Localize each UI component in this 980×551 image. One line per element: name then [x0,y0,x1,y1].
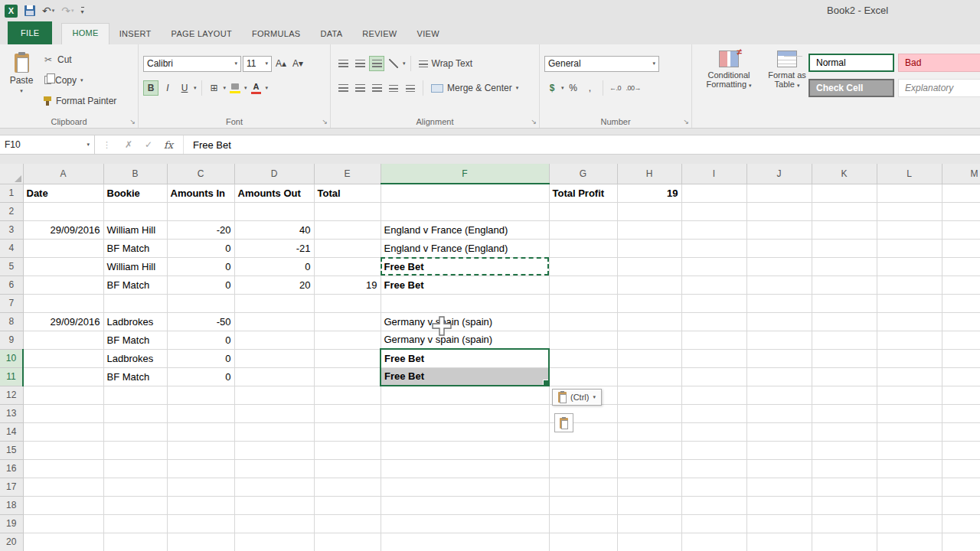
cell-C18[interactable] [167,496,234,514]
cell-C9[interactable]: 0 [167,331,234,349]
tab-data[interactable]: DATA [310,24,352,44]
cell-I15[interactable] [681,441,746,459]
cell-F17[interactable] [381,478,549,496]
cell-L12[interactable] [877,386,942,404]
cell-H17[interactable] [617,478,681,496]
cell-K8[interactable] [812,312,877,331]
cell-G4[interactable] [549,239,617,257]
tab-formulas[interactable]: FORMULAS [242,24,311,44]
cell-F5[interactable]: Free Bet [381,257,549,276]
borders-caret-icon[interactable]: ▾ [224,85,227,91]
cell-G3[interactable] [549,220,617,239]
cell-A14[interactable] [23,422,103,441]
cell-A1[interactable]: Date [23,184,103,202]
cell-J7[interactable] [746,294,812,312]
clipboard-dialog-launcher[interactable]: ↘ [129,119,136,126]
cell-A17[interactable] [23,478,103,496]
cell-C20[interactable] [167,533,234,551]
cell-E2[interactable] [314,202,381,220]
cell-B17[interactable] [103,478,167,496]
redo-button[interactable]: ↷▾ [61,5,74,16]
cell-G8[interactable] [549,312,617,331]
cell-E15[interactable] [314,441,381,459]
cell-L17[interactable] [877,478,942,496]
cell-H5[interactable] [617,257,681,276]
cell-M9[interactable] [942,331,980,349]
cell-F18[interactable] [381,496,549,514]
cell-A19[interactable] [23,514,103,533]
cell-B5[interactable]: William Hill [103,257,167,276]
cell-C10[interactable]: 0 [167,349,234,367]
orientation-caret-icon[interactable]: ▾ [403,60,406,67]
cell-A9[interactable] [23,331,103,349]
select-all-corner[interactable] [0,164,23,184]
cell-M6[interactable] [942,276,980,294]
cell-C1[interactable]: Amounts In [167,184,234,202]
cell-E19[interactable] [314,514,381,533]
cell-B18[interactable] [103,496,167,514]
increase-decimal-button[interactable]: ←.0 [608,80,623,96]
cell-L19[interactable] [877,514,942,533]
tab-view[interactable]: VIEW [407,24,449,44]
cell-H11[interactable] [617,367,681,386]
cell-L8[interactable] [877,312,942,331]
cell-G6[interactable] [549,276,617,294]
cell-F3[interactable]: England v France (England) [381,220,549,239]
cell-K10[interactable] [812,349,877,367]
column-header-B[interactable]: B [103,164,167,184]
cell-E3[interactable] [314,220,381,239]
cell-F9[interactable]: Germany v spain (spain) [381,331,549,349]
cell-J20[interactable] [746,533,812,551]
column-header-F[interactable]: F [381,164,549,184]
cell-D17[interactable] [234,478,314,496]
cell-H18[interactable] [617,496,681,514]
row-header-7[interactable]: 7 [0,294,23,312]
cell-I4[interactable] [681,239,746,257]
cell-F14[interactable] [381,422,549,441]
column-header-A[interactable]: A [23,164,103,184]
cell-H1[interactable]: 19 [617,184,681,202]
cell-E11[interactable] [314,367,381,386]
cell-J15[interactable] [746,441,812,459]
cell-H3[interactable] [617,220,681,239]
style-normal[interactable]: Normal [808,54,894,72]
row-header-14[interactable]: 14 [0,422,23,441]
cell-M13[interactable] [942,404,980,422]
underline-caret-icon[interactable]: ▾ [194,85,197,91]
cell-E8[interactable] [314,312,381,331]
cell-D6[interactable]: 20 [234,276,314,294]
tab-insert[interactable]: INSERT [109,24,162,44]
cell-K2[interactable] [812,202,877,220]
cell-A12[interactable] [23,386,103,404]
cell-K19[interactable] [812,514,877,533]
cell-B4[interactable]: BF Match [103,239,167,257]
cell-A3[interactable]: 29/09/2016 [23,220,103,239]
cut-button[interactable]: ✂ Cut [43,51,116,68]
cell-M3[interactable] [942,220,980,239]
cell-J9[interactable] [746,331,812,349]
accounting-format-caret-icon[interactable]: ▾ [561,85,564,91]
cell-D4[interactable]: -21 [234,239,314,257]
font-name-caret-icon[interactable]: ▾ [234,60,237,67]
fill-color-button[interactable] [227,80,243,96]
cell-M20[interactable] [942,533,980,551]
cell-H8[interactable] [617,312,681,331]
cell-A2[interactable] [23,202,103,220]
cell-C19[interactable] [167,514,234,533]
cell-E4[interactable] [314,239,381,257]
cancel-button[interactable]: ✗ [119,139,139,150]
cell-J8[interactable] [746,312,812,331]
cell-J16[interactable] [746,459,812,478]
cell-D18[interactable] [234,496,314,514]
cell-C6[interactable]: 0 [167,276,234,294]
cell-K12[interactable] [812,386,877,404]
cell-B14[interactable] [103,422,167,441]
cell-B1[interactable]: Bookie [103,184,167,202]
cell-L4[interactable] [877,239,942,257]
cell-K9[interactable] [812,331,877,349]
cell-J17[interactable] [746,478,812,496]
style-check-cell[interactable]: Check Cell [808,79,894,97]
cell-B19[interactable] [103,514,167,533]
row-header-9[interactable]: 9 [0,331,23,349]
row-header-10[interactable]: 10 [0,349,23,367]
